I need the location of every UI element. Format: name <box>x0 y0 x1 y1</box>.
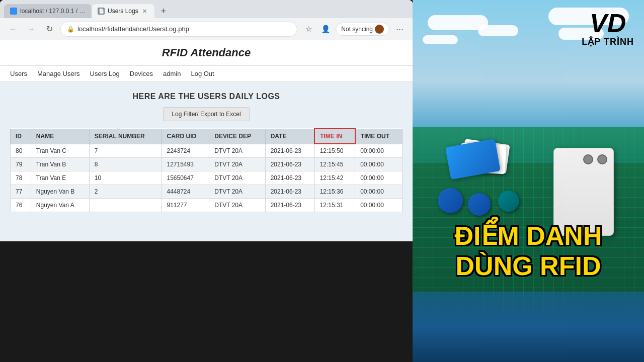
table-cell: 10 <box>89 171 162 185</box>
table-row: 79Tran Van B812715493DTVT 20A2021-06-231… <box>11 158 403 171</box>
tab-bar: 🌐 localhost / 127.0.0.1 / rfidattend... … <box>0 0 413 18</box>
table-cell: 8 <box>89 158 162 171</box>
cloud-5 <box>423 35 458 44</box>
tab-inactive[interactable]: 🌐 localhost / 127.0.0.1 / rfidattend... <box>4 4 92 18</box>
vd-subtitle: LẬP TRÌNH <box>582 36 634 47</box>
nav-users-log[interactable]: Users Log <box>90 70 120 77</box>
table-cell: 911277 <box>162 199 209 212</box>
filter-button[interactable]: Log Filter/ Export to Excel <box>163 107 249 121</box>
table-row: 78Tran Van E1015650647DTVT 20A2021-06-23… <box>11 171 403 185</box>
bookmark-icon[interactable]: ☆ <box>301 22 315 36</box>
col-card-uid: CARD UID <box>162 129 209 144</box>
viet-text-overlay: ĐIỂM DANH DÙNG RFID <box>413 221 644 282</box>
page-body: HERE ARE THE USERS DAILY LOGS Log Filter… <box>0 82 413 222</box>
table-cell: 00:00:00 <box>355 158 403 171</box>
website-content: RFID Attendance Users Manage Users Users… <box>0 40 413 241</box>
key-fob-2 <box>468 193 491 216</box>
close-tab-button[interactable]: ✕ <box>141 8 148 15</box>
table-cell: 2021-06-23 <box>265 185 314 199</box>
table-cell: 15650647 <box>162 171 209 185</box>
vd-logo: VD LẬP TRÌNH <box>582 10 634 47</box>
profile-avatar <box>375 25 384 34</box>
table-cell: 2021-06-23 <box>265 144 314 158</box>
table-cell: 7 <box>89 144 162 158</box>
col-time-in: TIME IN <box>314 129 355 144</box>
table-cell: 4448724 <box>162 185 209 199</box>
sync-label: Not syncing <box>341 26 373 33</box>
site-header: RFID Attendance <box>0 40 413 66</box>
table-cell: DTVT 20A <box>209 199 265 212</box>
table-cell: 12:15:42 <box>314 171 355 185</box>
table-header-row: ID NAME SERIAL NUMBER CARD UID DEVICE DE… <box>11 129 403 144</box>
vd-letters: VD <box>582 10 634 36</box>
col-date: DATE <box>265 129 314 144</box>
table-cell: 2243724 <box>162 144 209 158</box>
table-row: 76Nguyen Van A911277DTVT 20A2021-06-2312… <box>11 199 403 212</box>
table-cell: 2 <box>89 185 162 199</box>
url-bar[interactable]: 🔒 localhost/rfidattendance/UsersLog.php <box>60 22 297 37</box>
table-cell: 79 <box>11 158 31 171</box>
rfid-reader-sensor-1 <box>597 154 607 164</box>
filter-btn-container: Log Filter/ Export to Excel <box>10 107 403 121</box>
rfid-reader-sensor-2 <box>583 154 593 164</box>
site-title: RFID Attendance <box>0 46 413 59</box>
table-cell: 12:15:36 <box>314 185 355 199</box>
table-cell: Tran Van C <box>31 144 89 158</box>
menu-icon[interactable]: ⋯ <box>392 22 407 36</box>
key-fob-3 <box>498 191 519 212</box>
col-name: NAME <box>31 129 89 144</box>
nav-users[interactable]: Users <box>10 70 27 77</box>
profile-icon[interactable]: 👤 <box>318 22 333 36</box>
url-text: localhost/rfidattendance/UsersLog.php <box>77 25 189 33</box>
tab-favicon-1: 🌐 <box>10 8 17 15</box>
nav-admin[interactable]: admin <box>163 70 181 77</box>
table-cell: 2021-06-23 <box>265 171 314 185</box>
forward-button[interactable]: → <box>24 22 38 36</box>
nav-logout[interactable]: Log Out <box>191 70 214 77</box>
table-cell: 78 <box>11 171 31 185</box>
right-panel: VD LẬP TRÌNH ĐIỂM DANH DÙNG RFID <box>413 0 644 362</box>
table-cell: 2021-06-23 <box>265 158 314 171</box>
reload-button[interactable]: ↻ <box>42 22 56 36</box>
table-cell: 00:00:00 <box>355 199 403 212</box>
table-cell: Nguyen Van B <box>31 185 89 199</box>
nav-manage-users[interactable]: Manage Users <box>37 70 80 77</box>
table-cell: 00:00:00 <box>355 185 403 199</box>
lock-icon: 🔒 <box>67 26 74 33</box>
toolbar-icons: ☆ 👤 Not syncing ⋯ <box>301 22 407 36</box>
table-cell: 12:15:50 <box>314 144 355 158</box>
viet-main-text: ĐIỂM DANH DÙNG RFID <box>418 221 639 282</box>
table-cell <box>89 199 162 212</box>
table-cell: 12:15:31 <box>314 199 355 212</box>
nav-devices[interactable]: Devices <box>130 70 153 77</box>
table-row: 77Nguyen Van B24448724DTVT 20A2021-06-23… <box>11 185 403 199</box>
table-cell: DTVT 20A <box>209 171 265 185</box>
new-tab-button[interactable]: + <box>156 4 171 18</box>
col-serial: SERIAL NUMBER <box>89 129 162 144</box>
tab-label-1: localhost / 127.0.0.1 / rfidattend... <box>20 8 86 15</box>
table-cell: 2021-06-23 <box>265 199 314 212</box>
table-cell: 12:15:45 <box>314 158 355 171</box>
data-table: ID NAME SERIAL NUMBER CARD UID DEVICE DE… <box>10 128 403 212</box>
table-body: 80Tran Van C72243724DTVT 20A2021-06-2312… <box>11 144 403 212</box>
table-cell: 77 <box>11 185 31 199</box>
table-cell: DTVT 20A <box>209 144 265 158</box>
table-cell: Tran Van B <box>31 158 89 171</box>
water-reflection <box>413 292 644 362</box>
table-cell: Tran Van E <box>31 171 89 185</box>
back-button[interactable]: ← <box>6 22 20 36</box>
address-bar: ← → ↻ 🔒 localhost/rfidattendance/UsersLo… <box>0 18 413 40</box>
table-cell: DTVT 20A <box>209 185 265 199</box>
table-cell: DTVT 20A <box>209 158 265 171</box>
col-id: ID <box>11 129 31 144</box>
table-cell: 80 <box>11 144 31 158</box>
sync-button[interactable]: Not syncing <box>336 23 389 36</box>
table-cell: Nguyen Van A <box>31 199 89 212</box>
tab-active[interactable]: 📄 Users Logs ✕ <box>92 4 154 18</box>
table-row: 80Tran Van C72243724DTVT 20A2021-06-2312… <box>11 144 403 158</box>
table-cell: 00:00:00 <box>355 171 403 185</box>
table-cell: 76 <box>11 199 31 212</box>
col-time-out: TIME OUT <box>355 129 403 144</box>
table-cell: 12715493 <box>162 158 209 171</box>
key-fob-1 <box>438 188 463 213</box>
